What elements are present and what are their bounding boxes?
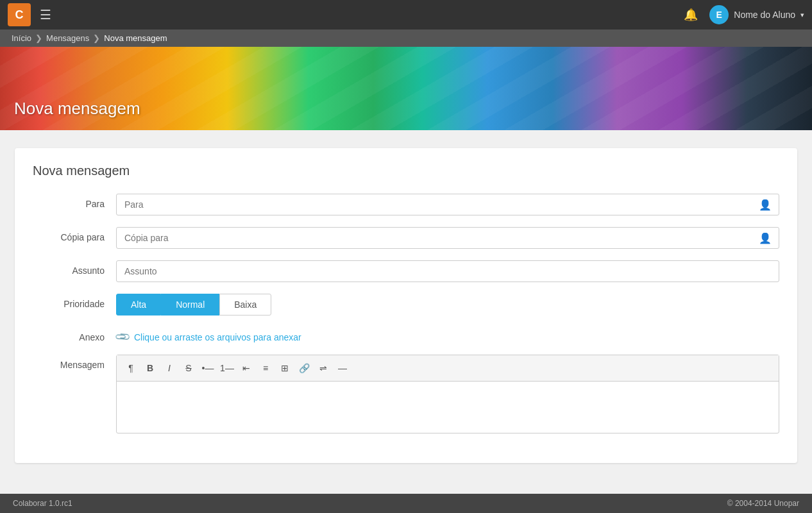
priority-normal-button[interactable]: Normal [161,294,219,315]
toolbar-bullet-list-button[interactable]: •— [199,359,217,377]
to-input[interactable] [116,194,779,215]
priority-row: Prioridade Alta Normal Baixa [33,294,779,315]
avatar: E [709,5,729,24]
main-content: Nova mensagem Para 👤 Cópia para 👤 [0,130,812,501]
breadcrumb-messages-link[interactable]: Mensagens [46,33,89,43]
message-label: Mensagem [33,355,116,370]
cc-label: Cópia para [33,227,116,242]
breadcrumb-current-page: Nova mensagem [104,33,167,43]
hero-banner: Nova mensagem [0,47,812,130]
form-card-title: Nova mensagem [33,164,779,178]
subject-row: Assunto [33,260,779,282]
to-row: Para 👤 [33,194,779,215]
priority-baixa-button[interactable]: Baixa [219,294,271,315]
hamburger-menu-icon[interactable]: ☰ [40,7,51,22]
top-navigation: C ☰ 🔔 E Nome do Aluno ▾ [0,0,812,29]
editor-toolbar: ¶ B I S •— 1— ⇤ ≡ ⊞ 🔗 ⇌ — [117,355,779,382]
priority-label: Prioridade [33,294,116,309]
message-row: Mensagem ¶ B I S •— 1— ⇤ ≡ ⊞ 🔗 ⇌ [33,355,779,433]
footer-version: Colaborar 1.0.rc1 [13,499,72,508]
breadcrumb: Início ❯ Mensagens ❯ Nova mensagem [0,29,812,47]
toolbar-table-button[interactable]: ⊞ [276,359,294,377]
toolbar-hr-button[interactable]: — [334,359,351,377]
toolbar-italic-button[interactable]: I [160,359,178,377]
footer: Colaborar 1.0.rc1 © 2004-2014 Unopar [0,494,812,513]
person-icon: 👤 [759,199,772,211]
toolbar-align-left-button[interactable]: ⇤ [237,359,255,377]
app-logo[interactable]: C [8,3,31,26]
toolbar-rtl-button[interactable]: ⇌ [314,359,332,377]
notifications-bell-icon[interactable]: 🔔 [684,8,698,22]
toolbar-link-button[interactable]: 🔗 [295,359,313,377]
toolbar-ordered-list-button[interactable]: 1— [218,359,236,377]
to-label: Para [33,194,116,209]
attachment-dropzone[interactable]: 📎 Clique ou arraste os arquivos para ane… [116,327,779,343]
priority-group: Alta Normal Baixa [116,294,779,315]
compose-form-card: Nova mensagem Para 👤 Cópia para 👤 [15,148,797,463]
subject-input[interactable] [116,260,779,282]
attachment-label: Anexo [33,327,116,342]
subject-label: Assunto [33,260,116,276]
cc-row: Cópia para 👤 [33,227,779,249]
hero-title: Nova mensagem [14,99,140,119]
toolbar-bold-button[interactable]: B [141,359,159,377]
user-menu-button[interactable]: E Nome do Aluno ▾ [709,5,804,24]
chevron-down-icon: ▾ [800,11,804,19]
cc-person-icon: 👤 [759,232,772,244]
attachment-text: Clique ou arraste os arquivos para anexa… [134,332,301,342]
toolbar-align-center-button[interactable]: ≡ [257,359,275,377]
footer-copyright: © 2004-2014 Unopar [727,499,799,508]
attachment-row: Anexo 📎 Clique ou arraste os arquivos pa… [33,327,779,343]
breadcrumb-home-link[interactable]: Início [12,33,31,43]
breadcrumb-sep-2: ❯ [93,33,100,43]
user-name-label: Nome do Aluno [734,10,795,20]
toolbar-paragraph-button[interactable]: ¶ [122,359,140,377]
cc-input[interactable] [116,227,779,249]
message-body-input[interactable] [117,382,779,433]
toolbar-strikethrough-button[interactable]: S [180,359,198,377]
message-editor: ¶ B I S •— 1— ⇤ ≡ ⊞ 🔗 ⇌ — [116,355,779,433]
paperclip-icon: 📎 [114,328,131,346]
priority-alta-button[interactable]: Alta [116,294,161,315]
breadcrumb-sep-1: ❯ [35,33,42,43]
